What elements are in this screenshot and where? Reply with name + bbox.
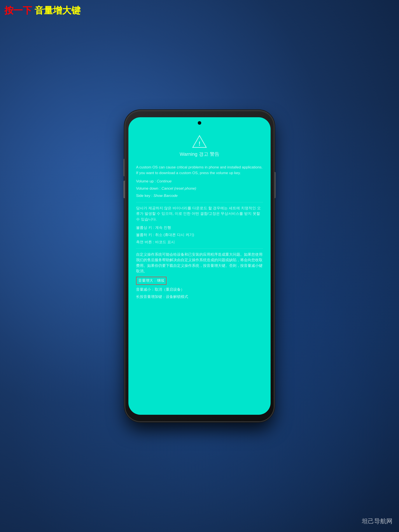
warning-section: ! Warning 경고 警告	[136, 135, 263, 161]
chinese-body: 自定义操作系统可能会给设备和已安装的应用程序造成重大问题。如果您使用我们的售后服…	[136, 252, 263, 274]
english-actions: Volume up : Continue Volume down : Cance…	[136, 178, 263, 199]
phone-screen: ! Warning 경고 警告 A custom OS can cause cr…	[128, 117, 271, 415]
phone-body: ! Warning 경고 警告 A custom OS can cause cr…	[125, 111, 274, 421]
watermark: 坦己导航网	[362, 517, 393, 526]
english-body: A custom OS can cause critical problems …	[136, 165, 263, 176]
svg-text:!: !	[198, 140, 200, 147]
warning-triangle-icon: !	[192, 135, 207, 148]
press-prefix: 按一下	[4, 5, 35, 16]
chinese-action-3: 长按音量增加键：设备解锁模式	[136, 294, 263, 300]
chinese-action-2: 音量减小：取消（重启设备）	[136, 286, 263, 293]
camera-notch	[198, 121, 201, 125]
chinese-actions: 音量增大：继续 音量减小：取消（重启设备） 长按音量增加键：设备解锁模式	[136, 277, 263, 300]
warning-title: Warning 경고 警告	[180, 151, 219, 158]
english-action-2: Volume down : Cancel (reset phone)	[136, 185, 263, 192]
english-key-3: Side key :	[136, 194, 153, 198]
english-action-1: Volume up : Continue	[136, 178, 263, 185]
korean-body: 당사가 제공하지 않은 바이너리를 다운로드 할 경우에는 세트에 치명적인 오…	[136, 205, 263, 222]
key-name: 音量增大键	[35, 5, 81, 16]
korean-action-2: 볼륨하 키 : 취소 (휴대폰 다시 켜기)	[136, 232, 263, 238]
english-action-3: Side key : Show Barcode	[136, 193, 263, 199]
show-barcode-label: Show Barcode	[153, 194, 178, 198]
screen-content: ! Warning 경고 警告 A custom OS can cause cr…	[128, 128, 271, 415]
chinese-highlight-box: 音量增大：继续	[136, 277, 166, 285]
divider-2	[136, 248, 263, 249]
korean-action-3: 측면 버튼 : 바코드 표시	[136, 239, 263, 246]
divider-1	[136, 202, 263, 202]
english-key-1: Volume up :	[136, 179, 157, 183]
chinese-action-1: 音量增大：继续	[136, 277, 263, 286]
top-annotation: 按一下 音量增大键	[4, 4, 81, 17]
korean-actions: 볼륨상 키 : 계속 진행 볼륨하 키 : 취소 (휴대폰 다시 켜기) 측면 …	[136, 225, 263, 246]
english-action-label-2: Cancel (reset phone)	[161, 186, 196, 190]
english-action-label-1: Continue	[157, 179, 172, 183]
english-key-2: Volume down :	[136, 186, 161, 190]
korean-action-1: 볼륨상 키 : 계속 진행	[136, 225, 263, 231]
